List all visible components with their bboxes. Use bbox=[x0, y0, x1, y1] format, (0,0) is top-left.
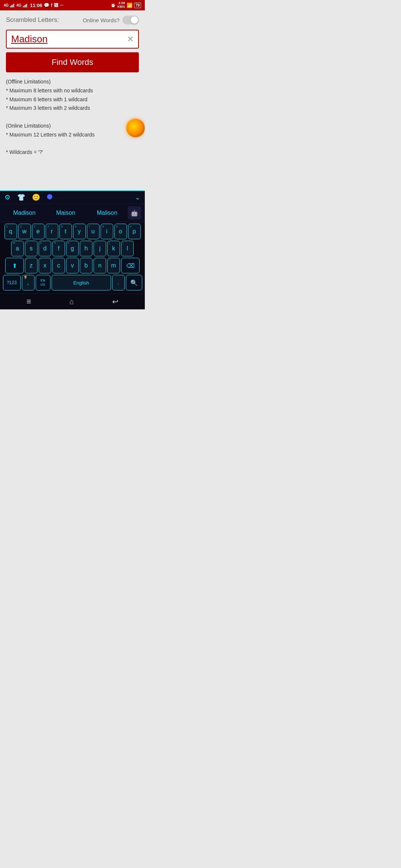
key-backspace[interactable]: ⌫ bbox=[121, 258, 140, 273]
key-period[interactable]: . bbox=[112, 275, 125, 290]
limitations-text: (Offline Limitations) * Maximum 8 letter… bbox=[6, 78, 139, 157]
carrier1-label: 4G bbox=[4, 3, 9, 7]
key-lang[interactable]: ENUS bbox=[36, 275, 50, 290]
status-right: ⏰ 2.00KB/s 📶 79 bbox=[111, 1, 141, 9]
key-e[interactable]: 3e bbox=[32, 224, 45, 239]
key-z[interactable]: *z bbox=[25, 258, 38, 273]
suggestions-row: Madison Maison Malison 🤖 bbox=[0, 204, 145, 222]
key-a[interactable]: @a bbox=[11, 241, 24, 256]
app-title: Scrambled Letters: bbox=[6, 16, 59, 24]
signal-bars-1 bbox=[10, 3, 14, 7]
key-y[interactable]: 6y bbox=[73, 224, 86, 239]
online-words-section: Online Words? bbox=[83, 16, 139, 24]
wifi-icon: 📶 bbox=[127, 3, 133, 8]
key-d[interactable]: $d bbox=[39, 241, 51, 256]
app-content: Scrambled Letters: Online Words? Madison… bbox=[0, 10, 145, 161]
header-row: Scrambled Letters: Online Words? bbox=[6, 16, 139, 24]
key-c[interactable]: 'c bbox=[52, 258, 65, 273]
online-words-toggle[interactable] bbox=[123, 16, 139, 24]
status-bar: 4G 4G 11:06 💬 f 🖼 ··· ⏰ 2.00KB/s � bbox=[0, 0, 145, 10]
key-n[interactable]: !n bbox=[94, 258, 106, 273]
keyboard-row-4: ?123 💡 , ENUS English . 🔍 bbox=[1, 275, 144, 290]
key-h[interactable]: -h bbox=[80, 241, 92, 256]
online-header: (Online Limitations) bbox=[6, 122, 139, 131]
carrier2-label: 4G bbox=[16, 3, 21, 7]
spacer bbox=[0, 161, 145, 190]
offline-line1: * Maximum 8 letters with no wildcards bbox=[6, 86, 139, 95]
key-x[interactable]: "x bbox=[39, 258, 51, 273]
key-search-icon[interactable]: 🔍 bbox=[126, 275, 142, 290]
alarm-icon: ⏰ bbox=[111, 3, 116, 8]
floating-orb[interactable] bbox=[126, 119, 145, 137]
keyboard-dismiss-icon[interactable]: ⌄ bbox=[135, 193, 140, 201]
keyboard-toolbar: ⚙ 👕 🙂 ⬤ ⌄ bbox=[0, 191, 145, 204]
key-m[interactable]: ?m bbox=[107, 258, 120, 273]
settings-icon[interactable]: ⚙ bbox=[4, 193, 10, 201]
search-box[interactable]: Madison ✕ bbox=[6, 30, 139, 49]
clear-icon[interactable]: ✕ bbox=[127, 34, 134, 44]
bottom-nav: ≡ ⌂ ↩ bbox=[0, 293, 145, 309]
nav-back-icon[interactable]: ↩ bbox=[112, 297, 118, 306]
online-line1: * Maximum 12 Letters with 2 wildcards bbox=[6, 131, 139, 139]
keyboard-toolbar-icons: ⚙ 👕 🙂 ⬤ bbox=[4, 193, 53, 201]
search-input[interactable]: Madison bbox=[11, 33, 127, 45]
key-u[interactable]: 7u bbox=[87, 224, 100, 239]
suggestion-1[interactable]: Madison bbox=[4, 210, 45, 216]
key-v[interactable]: :v bbox=[66, 258, 79, 273]
keyboard-row-1: 1q 2w 3e 4r 5t 6y 7u 8i 9o 0p bbox=[1, 224, 144, 239]
key-r[interactable]: 4r bbox=[46, 224, 58, 239]
key-comma[interactable]: 💡 , bbox=[22, 275, 35, 290]
keyboard-section: ⚙ 👕 🙂 ⬤ ⌄ Madison Maison Malison 🤖 1q 2w… bbox=[0, 190, 145, 309]
key-o[interactable]: 9o bbox=[114, 224, 127, 239]
key-shift[interactable]: ⬆ bbox=[5, 258, 24, 273]
face-icon[interactable]: 🙂 bbox=[32, 193, 40, 201]
key-space[interactable]: English bbox=[52, 275, 111, 290]
offline-line3: * Maximum 3 letters with 2 wildcards bbox=[6, 104, 139, 113]
key-l[interactable]: )l bbox=[121, 241, 134, 256]
key-numbers[interactable]: ?123 bbox=[3, 275, 21, 290]
suggestion-3[interactable]: Malison bbox=[87, 210, 128, 216]
time-label: 11:06 bbox=[30, 3, 42, 8]
key-t[interactable]: 5t bbox=[59, 224, 72, 239]
signal-bars-2 bbox=[23, 3, 27, 7]
keyboard-rows: 1q 2w 3e 4r 5t 6y 7u 8i 9o 0p @a #s $d %… bbox=[0, 222, 145, 293]
tshirt-icon[interactable]: 👕 bbox=[17, 193, 25, 201]
wildcards-note: * Wildcards = '?' bbox=[6, 148, 139, 157]
toggle-knob bbox=[131, 16, 138, 24]
key-s[interactable]: #s bbox=[25, 241, 38, 256]
image-icon: 🖼 bbox=[54, 3, 58, 8]
key-i[interactable]: 8i bbox=[101, 224, 113, 239]
key-k[interactable]: (k bbox=[107, 241, 120, 256]
speed-label: 2.00KB/s bbox=[117, 1, 125, 9]
more-icon: ··· bbox=[60, 3, 63, 8]
circle-icon[interactable]: ⬤ bbox=[47, 193, 53, 201]
suggestion-2[interactable]: Maison bbox=[45, 210, 86, 216]
facebook-icon: f bbox=[51, 3, 52, 8]
keyboard-row-3: ⬆ *z "x 'c :v ;b !n ?m ⌫ bbox=[1, 258, 144, 273]
key-q[interactable]: 1q bbox=[4, 224, 17, 239]
offline-line2: * Maximum 6 letters with 1 wildcard bbox=[6, 95, 139, 104]
keyboard-row-2: @a #s $d %f &g -h +j (k )l bbox=[1, 241, 144, 256]
online-words-label: Online Words? bbox=[83, 17, 120, 23]
key-f[interactable]: %f bbox=[52, 241, 65, 256]
key-j[interactable]: +j bbox=[94, 241, 106, 256]
battery-indicator: 79 bbox=[134, 3, 141, 8]
find-words-button[interactable]: Find Words bbox=[6, 52, 139, 72]
offline-header: (Offline Limitations) bbox=[6, 78, 139, 86]
message-icon: 💬 bbox=[44, 3, 49, 8]
key-g[interactable]: &g bbox=[66, 241, 79, 256]
status-left: 4G 4G 11:06 💬 f 🖼 ··· bbox=[4, 3, 63, 8]
key-b[interactable]: ;b bbox=[80, 258, 92, 273]
key-w[interactable]: 2w bbox=[18, 224, 31, 239]
key-p[interactable]: 0p bbox=[128, 224, 141, 239]
suggestion-more-icon[interactable]: 🤖 bbox=[128, 206, 141, 220]
nav-menu-icon[interactable]: ≡ bbox=[26, 297, 31, 306]
nav-home-icon[interactable]: ⌂ bbox=[69, 297, 74, 306]
